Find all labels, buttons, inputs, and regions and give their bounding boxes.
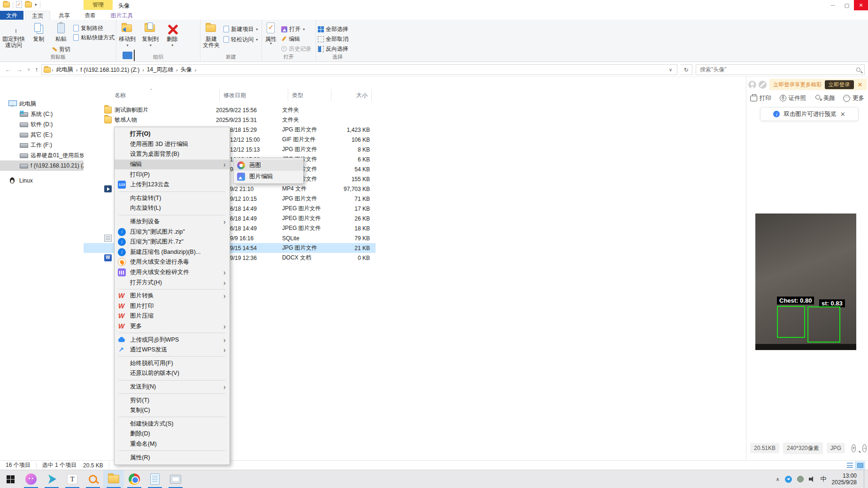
sidebar-item[interactable]: 软件 (D:) — [0, 119, 84, 130]
sidebar-item[interactable]: 工作 (F:) — [0, 140, 84, 150]
id-photo-button[interactable]: 证件照 — [780, 94, 807, 102]
taskbar-app-explorer[interactable] — [103, 470, 124, 488]
menu-item[interactable]: 图片压缩 — [115, 311, 230, 321]
sidebar-item[interactable]: 远界硬盘01_使用后放到 (G:) — [0, 150, 84, 160]
sidebar-item[interactable]: Linux — [0, 175, 84, 186]
taskbar-app-notepad[interactable] — [145, 470, 165, 488]
breadcrumb-this-pc[interactable]: 此电脑 — [54, 66, 75, 74]
preview-image-placeholder[interactable]: Chest: 0.80 st: 0.83 — [755, 214, 856, 350]
menu-item[interactable]: 编辑› — [115, 160, 230, 170]
taskbar-app-cat[interactable] — [21, 470, 41, 488]
minimize-button[interactable] — [826, 0, 840, 10]
volume-icon[interactable] — [809, 476, 815, 482]
paste-shortcut-button[interactable]: 粘贴快捷方式 — [73, 33, 115, 42]
sidebar-item[interactable]: 此电脑 — [0, 99, 84, 109]
sidebar-item[interactable]: 系统 (C:) — [0, 109, 84, 119]
menu-item[interactable]: 还原以前的版本(V) — [115, 368, 230, 379]
menu-item[interactable]: 发送到(N)› — [115, 382, 230, 392]
edit-button[interactable]: 编辑 — [281, 35, 311, 43]
messenger-tray-icon[interactable] — [785, 476, 792, 483]
column-type[interactable]: 类型 — [288, 89, 331, 101]
menu-item[interactable]: 打印(P) — [115, 169, 230, 180]
refresh-button[interactable]: ↻ — [680, 64, 692, 75]
recent-locations-icon[interactable]: ∨ — [27, 67, 31, 72]
menu-item[interactable]: 使用火绒安全粉碎文件› — [115, 267, 230, 278]
easy-access-button[interactable]: 轻松访问 — [223, 35, 258, 44]
move-to-button[interactable]: 移动到 — [117, 21, 138, 49]
zoom-out-icon[interactable]: − — [862, 444, 867, 452]
taskbar-clock[interactable]: 13:00 2025/9/28 — [832, 473, 857, 486]
menu-item[interactable]: 始终脱机可用(F) — [115, 358, 230, 368]
open-button[interactable]: 打开 — [281, 25, 311, 33]
paste-button[interactable]: 粘贴 剪切 — [51, 21, 71, 54]
close-button[interactable] — [854, 0, 868, 10]
menu-item[interactable]: 打开(O) — [115, 129, 230, 139]
sidebar-item[interactable]: f (\\192.168.110.21) (Z:) — [0, 160, 84, 171]
copy-button[interactable]: 复制 — [29, 21, 48, 43]
menu-item[interactable]: 画图 — [234, 160, 303, 171]
menu-item[interactable]: 更多› — [115, 321, 230, 332]
details-view-button[interactable] — [845, 461, 855, 470]
breadcrumb-parent-folder[interactable]: 14_周志雄 — [145, 66, 175, 74]
properties-button[interactable]: 属性 ▾ — [262, 21, 279, 46]
pin-to-quick-access-button[interactable]: 固定到快 速访问 — [0, 21, 27, 49]
column-size[interactable]: 大小 — [331, 89, 372, 101]
avatar-icon[interactable] — [748, 81, 756, 89]
tab-picture-tools[interactable]: 图片工具 — [104, 11, 139, 20]
more-button[interactable]: 更多 — [843, 94, 864, 102]
delete-button[interactable]: 删除 — [163, 21, 181, 49]
new-folder-quick-icon[interactable] — [25, 2, 32, 8]
menu-item[interactable]: 通过WPS发送› — [115, 345, 230, 355]
taskbar-app-photo-viewer[interactable] — [165, 470, 186, 488]
breadcrumb-current-folder[interactable]: 头像 — [179, 66, 194, 74]
zoom-in-icon[interactable]: + — [852, 444, 856, 452]
invert-selection-button[interactable]: 反向选择 — [318, 45, 348, 53]
sidebar-item[interactable]: 其它 (E:) — [0, 130, 84, 140]
up-icon[interactable]: ↑ — [35, 66, 38, 73]
taskbar-app-arrow[interactable] — [41, 470, 62, 488]
menu-item[interactable]: 压缩为"测试图片.7z" — [115, 237, 230, 247]
menu-item[interactable]: 删除(D) — [115, 429, 230, 439]
menu-item[interactable]: 打开方式(H)› — [115, 277, 230, 288]
search-icon[interactable] — [856, 68, 860, 72]
menu-item[interactable]: 上传或同步到WPS› — [115, 335, 230, 345]
select-all-button[interactable]: 全部选择 — [318, 25, 348, 33]
menu-item[interactable]: 图片转换› — [115, 291, 230, 301]
back-icon[interactable]: ← — [5, 66, 11, 73]
menu-item[interactable]: 使用画图 3D 进行编辑 — [115, 139, 230, 150]
new-folder-button[interactable]: 新建 文件夹 — [201, 21, 222, 49]
login-button[interactable]: 立即登录 — [825, 80, 854, 89]
menu-item[interactable]: 播放到设备› — [115, 217, 230, 227]
search-input[interactable]: 搜索"头像" — [696, 64, 865, 75]
address-breadcrumb[interactable]: › 此电脑 › f (\\192.168.110.21) (Z:) › 14_周… — [41, 64, 677, 75]
tray-app-icon[interactable] — [797, 476, 804, 482]
promo-close-icon[interactable]: ✕ — [857, 81, 864, 88]
copy-to-button[interactable]: 复制到 — [140, 21, 161, 49]
show-desktop-button[interactable] — [864, 470, 866, 488]
maximize-button[interactable] — [840, 0, 854, 10]
menu-item[interactable]: 创建快捷方式(S) — [115, 419, 230, 429]
theme-toggle-icon[interactable] — [759, 81, 767, 89]
menu-item[interactable]: 向右旋转(T) — [115, 193, 230, 204]
tip-close-icon[interactable]: ✕ — [840, 111, 845, 118]
menu-item[interactable]: 新建压缩包 (Bandizip)(B)... — [115, 247, 230, 258]
address-dropdown-icon[interactable]: ∨ — [666, 67, 675, 72]
menu-item[interactable]: 剪切(T) — [115, 395, 230, 405]
beautify-button[interactable]: 美颜 — [814, 94, 835, 102]
cut-button[interactable]: 剪切 — [52, 45, 70, 53]
new-item-button[interactable]: 新建项目 — [223, 25, 258, 33]
select-none-button[interactable]: 全部取消 — [318, 35, 348, 43]
menu-item[interactable]: 上传到123云盘 — [115, 180, 230, 190]
start-button[interactable] — [0, 470, 21, 488]
breadcrumb-drive[interactable]: f (\\192.168.110.21) (Z:) — [78, 67, 141, 73]
tab-home[interactable]: 主页 — [25, 11, 50, 20]
menu-item[interactable]: 复制(C) — [115, 405, 230, 416]
menu-item[interactable]: 压缩为"测试图片.zip" — [115, 227, 230, 237]
menu-item[interactable]: 使用火绒安全进行杀毒 — [115, 257, 230, 267]
tab-file[interactable]: 文件 — [0, 11, 23, 20]
file-row[interactable]: 敏感人物2025/9/23 15:31文件夹 — [84, 115, 376, 125]
menu-item[interactable]: 图片打印 — [115, 301, 230, 312]
thumbnail-view-button[interactable] — [855, 461, 865, 470]
tab-view[interactable]: 查看 — [78, 11, 102, 20]
column-date-modified[interactable]: 修改日期 — [220, 89, 288, 101]
